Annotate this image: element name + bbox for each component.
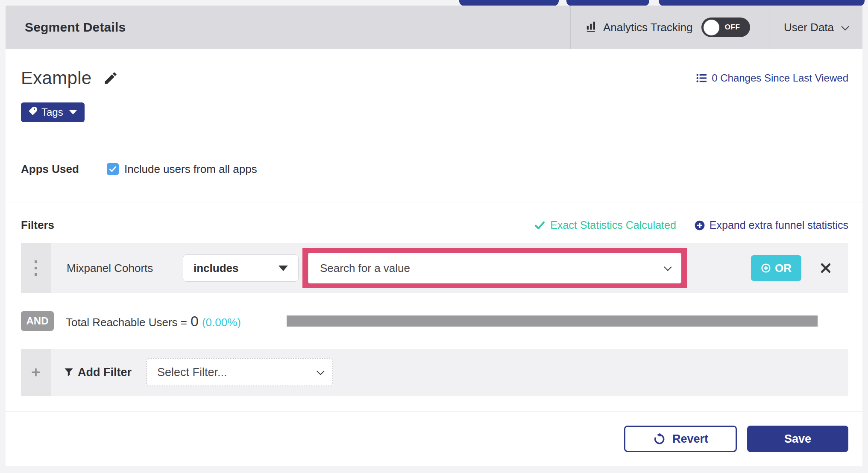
plus-circle-icon (694, 220, 705, 231)
filters-heading: Filters (21, 219, 54, 232)
select-filter-placeholder: Select Filter... (157, 366, 227, 379)
operator-select[interactable]: includes (183, 254, 299, 282)
page-title: Segment Details (6, 6, 570, 49)
bar-chart-icon (585, 20, 598, 35)
remove-filter-button[interactable] (820, 263, 831, 274)
tags-button[interactable]: Tags (21, 102, 85, 122)
segment-details-header: Segment Details Analytics Tracking OFF U… (6, 6, 862, 49)
revert-button-label: Revert (672, 432, 708, 446)
value-select-placeholder: Search for a value (320, 262, 410, 275)
title-row: Example 0 Changes Since Last Viewed (21, 68, 848, 88)
user-data-label: User Data (784, 21, 834, 34)
add-or-condition-button[interactable]: OR (751, 255, 801, 281)
include-all-apps-label: Include users from all apps (124, 163, 257, 176)
top-cropped-button-1[interactable] (459, 0, 559, 6)
user-data-dropdown[interactable]: User Data (769, 6, 862, 49)
save-button-label: Save (784, 432, 811, 446)
reachable-users-bar (287, 315, 818, 327)
close-x-icon (820, 263, 831, 274)
apps-used-row: Apps Used Include users from all apps (6, 136, 862, 202)
segment-details-page: Segment Details Analytics Tracking OFF U… (0, 0, 868, 473)
chevron-down-icon (317, 367, 324, 375)
add-filter-row: Add Filter Select Filter... (21, 349, 848, 396)
exact-statistics-status: Exact Statistics Calculated (534, 219, 676, 231)
plus-circle-outline-icon (761, 263, 771, 273)
exact-statistics-label: Exact Statistics Calculated (550, 219, 676, 231)
drag-handle[interactable] (21, 243, 51, 293)
top-cropped-button-2[interactable] (566, 0, 649, 6)
filters-header: Filters Exact Statistics Calculated Expa… (6, 202, 862, 232)
edit-pencil-icon[interactable] (103, 70, 118, 88)
add-filter-label: Add Filter (78, 366, 132, 379)
toggle-knob (704, 20, 719, 35)
changes-since-last-viewed-link[interactable]: 0 Changes Since Last Viewed (695, 72, 848, 84)
checkmark-icon (534, 220, 545, 231)
tag-icon (28, 106, 38, 119)
vertical-divider (271, 303, 271, 339)
reachable-percent: (0.00%) (202, 316, 241, 329)
operator-value: includes (194, 262, 238, 275)
segment-name-title: Example (21, 68, 92, 88)
save-button[interactable]: Save (747, 426, 848, 452)
filter-attribute-label: Mixpanel Cohorts (67, 262, 169, 275)
footer-actions: Revert Save (6, 412, 862, 466)
caret-down-icon (279, 266, 288, 271)
expand-funnel-statistics-link[interactable]: Expand extra funnel statistics (694, 219, 848, 231)
filter-row: Mixpanel Cohorts includes Search for a v… (21, 243, 848, 293)
add-row-plus-column (21, 349, 51, 396)
revert-undo-icon (653, 432, 666, 445)
and-summary-row: AND Total Reachable Users = 0 (0.00%) (21, 293, 848, 349)
changes-link-label: 0 Changes Since Last Viewed (712, 72, 848, 84)
annotation-highlight-box: Search for a value (302, 248, 687, 288)
top-cropped-button-3[interactable] (659, 0, 865, 6)
plus-icon (31, 368, 41, 377)
reachable-label: Total Reachable Users = (66, 316, 187, 329)
chevron-down-icon (841, 23, 849, 30)
select-filter-dropdown[interactable]: Select Filter... (146, 358, 333, 386)
drag-dot (35, 260, 37, 263)
funnel-icon (64, 367, 74, 377)
value-search-select[interactable]: Search for a value (308, 253, 681, 283)
add-filter-label-group: Add Filter (64, 366, 132, 379)
caret-down-icon (69, 110, 77, 114)
analytics-tracking-label: Analytics Tracking (603, 21, 693, 34)
apps-used-label: Apps Used (21, 163, 107, 176)
drag-dot (35, 273, 37, 276)
change-list-icon (695, 73, 707, 84)
and-badge: AND (21, 311, 54, 331)
segment-details-card: Example 0 Changes Since Last Viewed Tags… (6, 49, 862, 466)
expand-funnel-statistics-label: Expand extra funnel statistics (710, 219, 848, 231)
chevron-down-icon (664, 263, 672, 271)
filters-section: Filters Exact Statistics Calculated Expa… (6, 202, 862, 412)
revert-button[interactable]: Revert (624, 426, 737, 452)
tags-button-label: Tags (41, 106, 63, 118)
check-icon (108, 165, 117, 173)
include-all-apps-checkbox[interactable] (107, 163, 119, 175)
toggle-state-label: OFF (719, 23, 746, 32)
filter-rows: Mixpanel Cohorts includes Search for a v… (21, 243, 848, 396)
drag-dot (35, 267, 37, 269)
total-reachable-users-text: Total Reachable Users = 0 (0.00%) (66, 313, 241, 330)
or-button-label: OR (775, 262, 792, 275)
analytics-tracking-section: Analytics Tracking OFF (570, 6, 769, 49)
analytics-tracking-toggle[interactable]: OFF (701, 18, 750, 37)
reachable-value: 0 (191, 313, 199, 330)
